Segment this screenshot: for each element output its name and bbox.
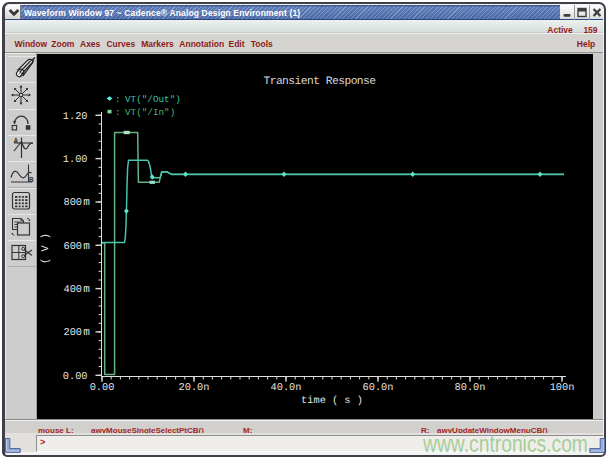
svg-text:400: 400 xyxy=(64,284,83,296)
svg-text:800: 800 xyxy=(64,197,83,209)
svg-text:time ( s ): time ( s ) xyxy=(301,395,363,407)
svg-text:1.00: 1.00 xyxy=(63,154,88,166)
svg-text:VT("/Out"): VT("/Out") xyxy=(125,94,181,105)
svg-text:0.00: 0.00 xyxy=(63,371,88,383)
svg-text::: : xyxy=(115,94,121,105)
svg-text:m: m xyxy=(83,284,90,296)
svg-text:100n: 100n xyxy=(550,382,575,394)
svg-text:80.0n: 80.0n xyxy=(455,382,486,394)
svg-text:( V ): ( V ) xyxy=(40,233,52,264)
svg-text::: : xyxy=(115,107,121,118)
svg-text:m: m xyxy=(83,241,90,253)
svg-text:VT("/In"): VT("/In") xyxy=(125,107,175,118)
svg-text:1.20: 1.20 xyxy=(63,111,88,123)
svg-text:600: 600 xyxy=(64,241,83,253)
svg-text:200: 200 xyxy=(64,327,83,339)
svg-text:Transient Response: Transient Response xyxy=(263,75,376,88)
svg-text:60.0n: 60.0n xyxy=(363,382,394,394)
svg-text:20.0n: 20.0n xyxy=(179,382,210,394)
svg-text:40.0n: 40.0n xyxy=(271,382,302,394)
svg-text:0.00: 0.00 xyxy=(90,382,115,394)
svg-text:m: m xyxy=(83,327,90,339)
svg-text:m: m xyxy=(83,197,90,209)
